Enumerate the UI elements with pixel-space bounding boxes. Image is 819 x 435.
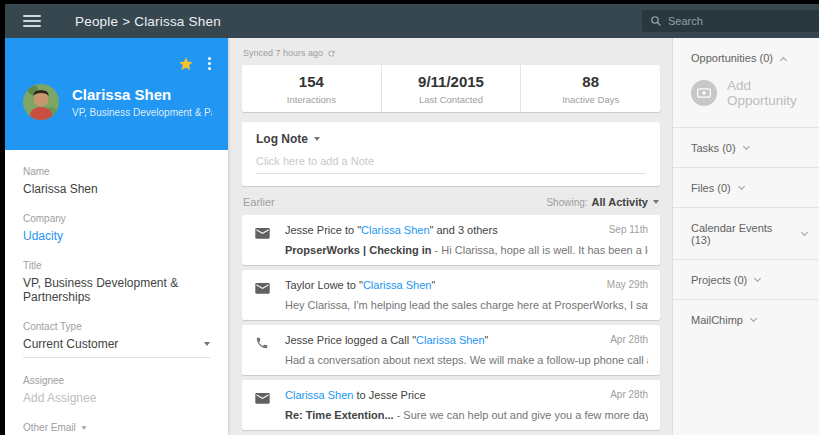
section-mailchimp: MailChimp	[673, 300, 819, 339]
company-link[interactable]: Udacity	[23, 229, 210, 243]
search-box[interactable]	[642, 10, 819, 32]
feed-title: Jesse Price to "Clarissa Shen" and 3 oth…	[285, 224, 498, 236]
stat-last-contacted: 9/11/2015 Last Contacted	[381, 65, 521, 112]
topbar: People > Clarissa Shen	[5, 4, 819, 38]
section-opportunities: Opportunities (0) Add Opportunity	[673, 38, 819, 128]
feed-header: Earlier Showing: All Activity	[243, 196, 659, 208]
add-opportunity-button[interactable]: Add Opportunity	[691, 78, 807, 108]
feed-date: Sep 11th	[609, 224, 648, 236]
field-other-email: Other Email clarissa@udacity.com	[23, 422, 210, 435]
contact-link[interactable]: Clarissa Shen	[285, 389, 353, 401]
chevron-up-icon	[780, 56, 787, 63]
feed-item-email[interactable]: Jesse Price to "Clarissa Shen" and 3 oth…	[242, 215, 660, 265]
profile-card: Clarissa Shen VP, Business Development &…	[5, 38, 228, 150]
contact-type-value: Current Customer	[23, 337, 118, 351]
activity-filter[interactable]: Showing: All Activity	[546, 196, 659, 208]
stat-interactions: 154 Interactions	[242, 65, 381, 112]
email-icon	[255, 226, 271, 256]
search-input[interactable]	[668, 15, 798, 27]
chevron-down-icon	[653, 200, 659, 204]
section-calendar-events: Calendar Events (13)	[673, 208, 819, 260]
field-label: Other Email	[23, 422, 210, 433]
call-icon	[255, 336, 271, 366]
add-assignee[interactable]: Add Assignee	[23, 391, 210, 405]
log-note-dropdown[interactable]: Log Note	[256, 132, 646, 146]
section-projects: Projects (0)	[673, 260, 819, 300]
right-sidebar: Opportunities (0) Add Opportunity Tasks …	[672, 38, 819, 435]
synced-status: Synced 7 hours ago	[243, 48, 660, 58]
avatar[interactable]	[23, 84, 59, 120]
section-tasks: Tasks (0)	[673, 128, 819, 168]
feed-body: Re: Time Extention... - Sure we can help…	[285, 409, 648, 421]
chevron-down-icon	[801, 228, 808, 235]
feed-body: PropserWorks | Checking in - Hi Clarissa…	[285, 244, 648, 256]
feed-item-email[interactable]: Clarissa Shen to Jesse Price Apr 28th Re…	[242, 380, 660, 430]
field-label: Company	[23, 213, 210, 224]
feed-item-email[interactable]: Taylor Lowe to "Clarissa Shen" May 29th …	[242, 270, 660, 320]
detail-fields: Name Clarissa Shen Company Udacity Title…	[5, 150, 228, 435]
log-note-card: Log Note	[242, 122, 660, 186]
calendar-events-header[interactable]: Calendar Events (13)	[691, 222, 807, 246]
projects-header[interactable]: Projects (0)	[691, 274, 807, 286]
chevron-down-icon	[314, 137, 320, 141]
contact-link[interactable]: Clarissa Shen	[363, 279, 431, 291]
feed-date: Apr 28th	[610, 389, 648, 401]
email-icon	[255, 281, 271, 311]
field-label: Name	[23, 166, 210, 177]
breadcrumb[interactable]: People > Clarissa Shen	[75, 14, 221, 29]
chevron-down-icon	[743, 142, 750, 149]
mailchimp-header[interactable]: MailChimp	[691, 314, 807, 326]
search-icon	[650, 15, 662, 27]
tasks-header[interactable]: Tasks (0)	[691, 142, 807, 154]
feed-date: Apr 28th	[610, 334, 648, 346]
field-name: Name Clarissa Shen	[23, 166, 210, 196]
field-company: Company Udacity	[23, 213, 210, 243]
chevron-down-icon	[204, 342, 210, 346]
earlier-label: Earlier	[243, 196, 275, 208]
field-contact-type: Contact Type Current Customer	[23, 321, 210, 358]
contact-link[interactable]: Clarissa Shen	[361, 224, 429, 236]
contact-type-select[interactable]: Current Customer	[23, 337, 210, 358]
email-icon	[255, 391, 271, 421]
app-window: People > Clarissa Shen	[5, 4, 819, 435]
opportunities-header[interactable]: Opportunities (0)	[691, 52, 807, 64]
feed-title: Jesse Price logged a Call "Clarissa Shen…	[285, 334, 488, 346]
field-label: Contact Type	[23, 321, 210, 332]
feed-title: Clarissa Shen to Jesse Price	[285, 389, 426, 401]
screen: People > Clarissa Shen	[0, 0, 819, 435]
feed-body: Had a conversation about next steps. We …	[285, 354, 648, 366]
feed-date: May 29th	[607, 279, 648, 291]
star-favorite-icon[interactable]	[178, 56, 194, 72]
activity-panel: Synced 7 hours ago 154 Interactions 9/11…	[228, 38, 672, 435]
files-header[interactable]: Files (0)	[691, 182, 807, 194]
stat-inactive-days: 88 Inactive Days	[520, 65, 660, 112]
feed-item-call[interactable]: Jesse Price logged a Call "Clarissa Shen…	[242, 325, 660, 375]
field-assignee: Assignee Add Assignee	[23, 375, 210, 405]
hamburger-menu-icon[interactable]	[23, 12, 41, 30]
chevron-down-icon	[750, 314, 757, 321]
profile-name: Clarissa Shen	[72, 86, 212, 103]
profile-subtitle: VP, Business Development & Partnership..…	[72, 107, 212, 118]
sync-icon[interactable]	[327, 49, 336, 58]
chevron-down-icon	[738, 182, 745, 189]
note-input[interactable]	[256, 146, 646, 174]
feed-body: Hey Clarissa, I'm helping lead the sales…	[285, 299, 648, 311]
field-value-name[interactable]: Clarissa Shen	[23, 182, 210, 196]
feed-title: Taylor Lowe to "Clarissa Shen"	[285, 279, 435, 291]
opportunity-icon	[691, 80, 717, 106]
field-title: Title VP, Business Development & Partner…	[23, 260, 210, 304]
section-files: Files (0)	[673, 168, 819, 208]
stats-card: 154 Interactions 9/11/2015 Last Contacte…	[242, 65, 660, 112]
field-value-title[interactable]: VP, Business Development & Partnerships	[23, 276, 210, 304]
chevron-down-icon[interactable]	[81, 426, 86, 429]
kebab-menu-icon[interactable]	[202, 55, 216, 72]
left-panel: Clarissa Shen VP, Business Development &…	[5, 38, 228, 435]
field-label: Title	[23, 260, 210, 271]
chevron-down-icon	[754, 274, 761, 281]
field-label: Assignee	[23, 375, 210, 386]
contact-link[interactable]: Clarissa Shen	[416, 334, 484, 346]
